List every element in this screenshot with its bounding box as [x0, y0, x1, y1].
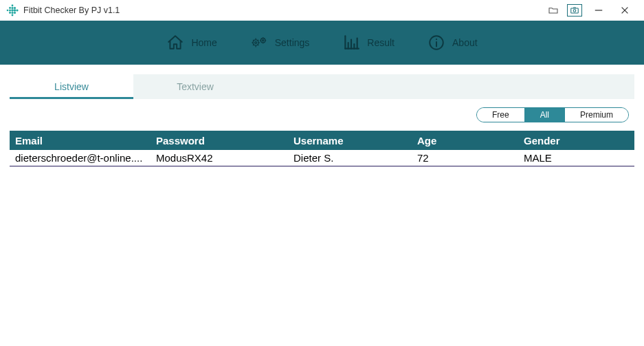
tab-listview-label: Listview: [54, 81, 89, 92]
filter-all-button[interactable]: All: [525, 108, 565, 122]
svg-point-8: [12, 14, 14, 17]
cell-age: 72: [412, 152, 518, 164]
app-title: Fitbit Checker By PJ v1.1: [23, 6, 120, 15]
nav-settings-label: Settings: [275, 37, 310, 48]
svg-line-27: [253, 45, 254, 45]
cell-email: dieterschroeder@t-online....: [10, 152, 151, 164]
svg-point-3: [9, 12, 11, 14]
chart-icon: [342, 34, 360, 52]
nav-result-label: Result: [367, 37, 395, 48]
svg-line-25: [257, 45, 258, 45]
nav-result[interactable]: Result: [342, 34, 395, 52]
header-email[interactable]: Email: [10, 135, 151, 147]
home-icon: [166, 34, 184, 52]
table-header: Email Password Username Age Gender: [10, 131, 634, 150]
navbar: Home Settings: [0, 21, 644, 65]
titlebar-actions: [546, 3, 639, 17]
svg-point-12: [16, 9, 18, 11]
svg-point-2: [9, 10, 11, 12]
svg-point-14: [573, 10, 576, 12]
svg-point-9: [14, 7, 16, 9]
svg-point-7: [11, 12, 13, 14]
svg-point-10: [14, 9, 16, 12]
svg-line-24: [253, 40, 254, 41]
tab-textview-label: Textview: [177, 81, 214, 92]
svg-point-0: [7, 10, 9, 12]
minimize-button[interactable]: [589, 3, 608, 17]
tab-textview[interactable]: Textview: [133, 74, 257, 99]
folder-icon[interactable]: [546, 4, 560, 17]
cell-password: ModusRX42: [151, 152, 288, 164]
filter-free-button[interactable]: Free: [477, 108, 525, 122]
svg-point-42: [436, 39, 437, 40]
app-logo-icon: [5, 3, 19, 17]
table-row[interactable]: dieterschroeder@t-online.... ModusRX42 D…: [10, 150, 634, 166]
svg-point-1: [9, 7, 11, 9]
header-password[interactable]: Password: [151, 135, 288, 147]
cell-username: Dieter S.: [288, 152, 412, 164]
cell-gender: MALE: [518, 152, 634, 164]
svg-point-6: [11, 9, 14, 12]
nav-settings[interactable]: Settings: [250, 34, 310, 52]
svg-point-5: [11, 7, 13, 9]
svg-point-19: [254, 42, 256, 44]
header-gender[interactable]: Gender: [518, 135, 634, 147]
header-username[interactable]: Username: [288, 135, 412, 147]
nav-about[interactable]: About: [428, 34, 478, 52]
tab-listview[interactable]: Listview: [10, 74, 133, 99]
nav-home-label: Home: [191, 37, 216, 48]
header-age[interactable]: Age: [412, 135, 518, 147]
filter-segment: Free All Premium: [476, 107, 629, 122]
content-area: Listview Textview Free All Premium Email…: [0, 65, 644, 166]
nav-about-label: About: [452, 37, 478, 48]
close-button[interactable]: [615, 3, 634, 17]
tabs-bar: Listview Textview: [10, 74, 634, 99]
svg-point-11: [14, 12, 16, 14]
svg-line-26: [257, 40, 258, 41]
nav-home[interactable]: Home: [166, 34, 216, 52]
filter-premium-button[interactable]: Premium: [565, 108, 628, 122]
gear-icon: [250, 34, 268, 52]
results-table: Email Password Username Age Gender diete…: [10, 131, 634, 166]
svg-point-29: [262, 40, 263, 41]
titlebar: Fitbit Checker By PJ v1.1: [0, 0, 644, 21]
svg-rect-13: [571, 8, 579, 13]
svg-point-4: [12, 5, 14, 7]
info-icon: [428, 34, 445, 52]
screenshot-icon[interactable]: [567, 4, 582, 17]
filter-row: Free All Premium: [10, 99, 634, 131]
svg-point-28: [260, 39, 265, 43]
